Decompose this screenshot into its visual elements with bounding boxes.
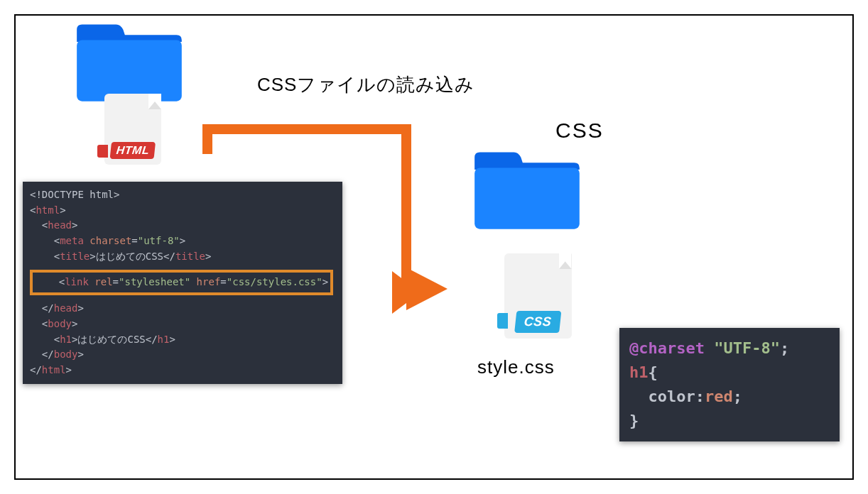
css-badge: CSS [514, 311, 561, 333]
svg-marker-1 [392, 271, 421, 314]
svg-marker-2 [406, 268, 447, 310]
diagram-frame: CSSファイルの読み込み HTML <!DOCTYPE html> <html>… [14, 14, 854, 480]
css-code-block: @charset "UTF-8"; h1{ color:red; } [619, 328, 840, 441]
css-filename-label: style.css [477, 356, 555, 378]
css-folder-label: CSS [555, 119, 604, 143]
highlighted-link-line: <link rel="stylesheet" href="css/styles.… [30, 270, 333, 295]
css-file-icon: CSS [499, 253, 577, 339]
diagram-title: CSSファイルの読み込み [257, 72, 474, 97]
svg-rect-0 [77, 40, 182, 101]
css-folder-icon [470, 147, 584, 237]
html-file-icon: HTML [97, 94, 168, 165]
html-badge: HTML [110, 142, 156, 159]
html-code-block: <!DOCTYPE html> <html> <head> <meta char… [23, 182, 342, 384]
svg-rect-3 [474, 168, 580, 229]
